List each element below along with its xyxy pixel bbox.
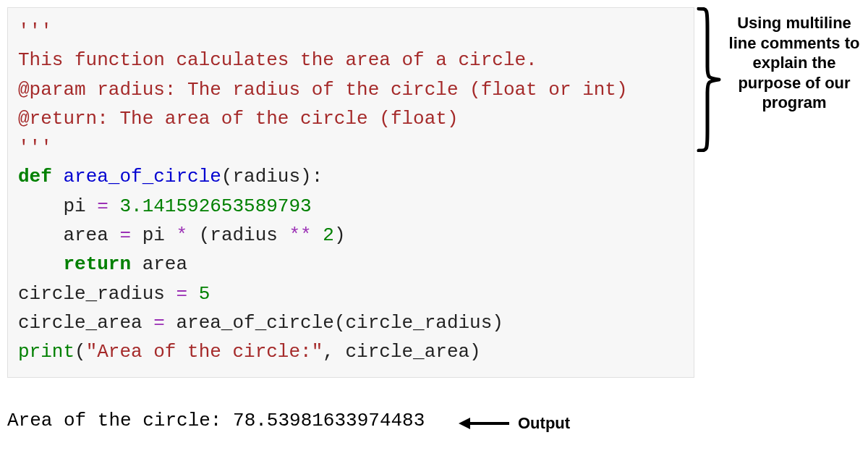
program-output: Area of the circle: 78.53981633974483 [7, 410, 425, 431]
area-lhs: area [18, 224, 119, 246]
annotation-multiline-comments: Using multiline line comments to explain… [723, 13, 865, 113]
docstring-open: ''' [18, 17, 684, 46]
print-string: "Area of the circle:" [86, 341, 323, 363]
arrow-left-icon [459, 415, 511, 431]
function-name: area_of_circle [63, 166, 221, 187]
pi-lhs: pi [18, 195, 97, 217]
equals-op-3: = [176, 283, 187, 305]
close-paren: ) [334, 224, 346, 246]
cr-lhs: circle_radius [18, 283, 176, 305]
exponent-2: 2 [312, 224, 334, 246]
print-open: ( [75, 341, 86, 363]
star-op: * [176, 224, 187, 246]
svg-marker-1 [459, 418, 470, 429]
circle-area-line: circle_area = area_of_circle(circle_radi… [18, 308, 684, 337]
equals-op-2: = [119, 224, 131, 246]
curly-brace-icon [696, 7, 722, 152]
docstring-line-2: @param radius: The radius of the circle … [18, 75, 684, 104]
keyword-def: def [18, 166, 52, 187]
print-line: print("Area of the circle:", circle_area… [18, 337, 684, 366]
output-arrow-label: Output [459, 414, 570, 433]
print-rest: , circle_area) [323, 341, 480, 363]
output-label: Output [518, 414, 570, 433]
power-op: ** [289, 224, 312, 246]
return-value: area [131, 253, 187, 275]
def-params: (radius): [221, 166, 323, 187]
circle-radius-line: circle_radius = 5 [18, 279, 684, 308]
print-builtin: print [18, 341, 75, 363]
pi-value: 3.141592653589793 [109, 195, 312, 217]
keyword-return: return [63, 253, 131, 275]
ca-call: area_of_circle(circle_radius) [165, 312, 503, 334]
area-pi: pi [131, 224, 176, 246]
area-line: area = pi * (radius ** 2) [18, 221, 684, 250]
cr-value: 5 [187, 283, 210, 305]
docstring-line-3: @return: The area of the circle (float) [18, 104, 684, 133]
equals-op-4: = [153, 312, 165, 334]
docstring-line-1: This function calculates the area of a c… [18, 46, 684, 75]
def-line: def area_of_circle(radius): [18, 162, 684, 191]
ca-lhs: circle_area [18, 312, 153, 334]
pi-line: pi = 3.141592653589793 [18, 192, 684, 221]
return-indent [18, 253, 63, 275]
return-line: return area [18, 250, 684, 279]
area-radius: (radius [187, 224, 289, 246]
code-block: ''' This function calculates the area of… [7, 7, 694, 378]
equals-op: = [97, 195, 109, 217]
docstring-close: ''' [18, 133, 684, 162]
